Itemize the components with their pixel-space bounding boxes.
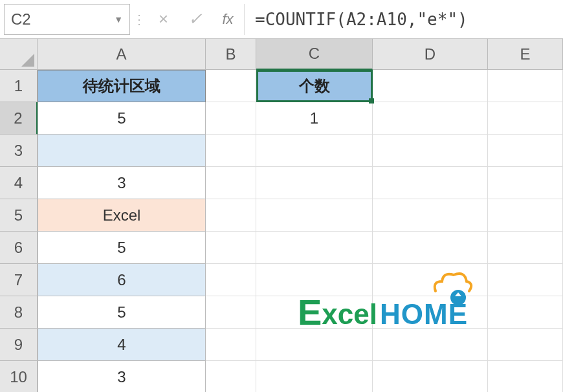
cell-C3[interactable] bbox=[256, 135, 373, 167]
cell-A3[interactable] bbox=[38, 135, 206, 167]
row-header-4[interactable]: 4 bbox=[0, 167, 38, 199]
cell-D1[interactable] bbox=[373, 70, 488, 102]
cell-B7[interactable] bbox=[206, 264, 256, 296]
cell-A2[interactable]: 5 bbox=[38, 102, 206, 135]
logo-text-xcel: xcel bbox=[322, 298, 377, 331]
cell-A9[interactable]: 4 bbox=[38, 329, 206, 361]
fx-icon[interactable]: fx bbox=[212, 11, 244, 28]
cell-E1[interactable] bbox=[488, 70, 563, 102]
col-header-A[interactable]: A bbox=[38, 39, 206, 70]
row-header-2[interactable]: 2 bbox=[0, 102, 38, 135]
cell-E2[interactable] bbox=[488, 102, 563, 135]
cell-B10[interactable] bbox=[206, 361, 256, 392]
cell-B4[interactable] bbox=[206, 167, 256, 199]
cell-B2[interactable] bbox=[206, 102, 256, 135]
cell-E5[interactable] bbox=[488, 199, 563, 232]
cell-E9[interactable] bbox=[488, 329, 563, 361]
enter-icon[interactable]: ✓ bbox=[179, 9, 212, 29]
cell-D4[interactable] bbox=[373, 167, 488, 199]
cell-B9[interactable] bbox=[206, 329, 256, 361]
name-box-dropdown-icon[interactable]: ▼ bbox=[114, 14, 123, 25]
column-headers: A B C D E bbox=[38, 39, 563, 70]
row-header-8[interactable]: 8 bbox=[0, 296, 38, 329]
cell-A5[interactable]: Excel bbox=[38, 199, 206, 232]
cell-B1[interactable] bbox=[206, 70, 256, 102]
col-header-C[interactable]: C bbox=[256, 39, 373, 70]
formula-input[interactable]: =COUNTIF(A2:A10,"e*") bbox=[244, 4, 563, 35]
cell-A4[interactable]: 3 bbox=[38, 167, 206, 199]
cell-B6[interactable] bbox=[206, 232, 256, 264]
cell-B5[interactable] bbox=[206, 199, 256, 232]
formula-bar: C2 ▼ ⋮ × ✓ fx =COUNTIF(A2:A10,"e*") bbox=[0, 0, 563, 39]
cell-D3[interactable] bbox=[373, 135, 488, 167]
cell-C6[interactable] bbox=[256, 232, 373, 264]
row-header-10[interactable]: 10 bbox=[0, 361, 38, 392]
row-header-3[interactable]: 3 bbox=[0, 135, 38, 167]
cell-C1[interactable]: 个数 bbox=[256, 70, 373, 102]
cell-D9[interactable] bbox=[373, 329, 488, 361]
cell-C2[interactable]: 1 bbox=[256, 102, 373, 135]
cell-E10[interactable] bbox=[488, 361, 563, 392]
watermark-logo: E xcel HOME bbox=[298, 291, 468, 333]
svg-point-0 bbox=[450, 290, 466, 305]
row-header-7[interactable]: 7 bbox=[0, 264, 38, 296]
separator: ⋮ bbox=[130, 12, 147, 27]
cell-B8[interactable] bbox=[206, 296, 256, 329]
select-all-corner[interactable] bbox=[0, 39, 38, 70]
cell-D10[interactable] bbox=[373, 361, 488, 392]
cancel-icon[interactable]: × bbox=[147, 9, 179, 29]
col-header-D[interactable]: D bbox=[373, 39, 488, 70]
cell-C5[interactable] bbox=[256, 199, 373, 232]
cell-A8[interactable]: 5 bbox=[38, 296, 206, 329]
cell-E6[interactable] bbox=[488, 232, 563, 264]
cloud-icon bbox=[429, 265, 474, 310]
row-header-1[interactable]: 1 bbox=[0, 70, 38, 102]
cell-D2[interactable] bbox=[373, 102, 488, 135]
cell-D5[interactable] bbox=[373, 199, 488, 232]
row-headers: 1 2 3 4 5 6 7 8 9 10 bbox=[0, 70, 38, 392]
cell-E8[interactable] bbox=[488, 296, 563, 329]
cell-E3[interactable] bbox=[488, 135, 563, 167]
name-box-value: C2 bbox=[11, 10, 31, 28]
cell-A1[interactable]: 待统计区域 bbox=[38, 70, 206, 102]
cell-D6[interactable] bbox=[373, 232, 488, 264]
cell-grid: 待统计区域 个数 5 1 3 Excel bbox=[38, 70, 563, 392]
formula-text: =COUNTIF(A2:A10,"e*") bbox=[255, 10, 468, 29]
col-header-E[interactable]: E bbox=[488, 39, 563, 70]
cell-A10[interactable]: 3 bbox=[38, 361, 206, 392]
cell-C4[interactable] bbox=[256, 167, 373, 199]
cell-A7[interactable]: 6 bbox=[38, 264, 206, 296]
row-header-5[interactable]: 5 bbox=[0, 199, 38, 232]
col-header-B[interactable]: B bbox=[206, 39, 256, 70]
name-box[interactable]: C2 ▼ bbox=[4, 4, 130, 35]
cell-B3[interactable] bbox=[206, 135, 256, 167]
cell-C9[interactable] bbox=[256, 329, 373, 361]
cell-A6[interactable]: 5 bbox=[38, 232, 206, 264]
cell-E4[interactable] bbox=[488, 167, 563, 199]
row-header-9[interactable]: 9 bbox=[0, 329, 38, 361]
row-header-6[interactable]: 6 bbox=[0, 232, 38, 264]
cell-C10[interactable] bbox=[256, 361, 373, 392]
logo-text-e: E bbox=[298, 291, 322, 333]
cell-E7[interactable] bbox=[488, 264, 563, 296]
